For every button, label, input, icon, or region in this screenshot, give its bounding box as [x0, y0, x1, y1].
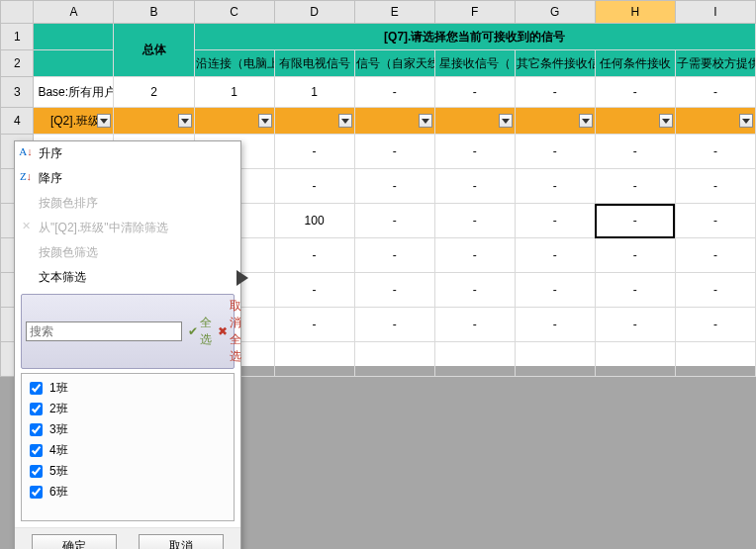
filter-item-checkbox[interactable] [30, 465, 43, 478]
col-header-I[interactable]: I [675, 1, 755, 24]
filter-button-E4[interactable] [419, 114, 432, 128]
cell-H2[interactable]: 任何条件接收 [595, 50, 675, 77]
row-header-4[interactable]: 4 [1, 108, 34, 135]
row-header-1[interactable]: 1 [1, 24, 34, 50]
cell-H3[interactable]: - [595, 77, 675, 108]
cell[interactable]: - [274, 135, 354, 169]
filter-button-G4[interactable] [579, 114, 593, 128]
cell-G2[interactable]: 其它条件接收信 [515, 50, 595, 77]
cell-D2[interactable]: 有限电视信号 [274, 50, 354, 77]
cell[interactable] [595, 342, 675, 377]
cell[interactable] [354, 342, 434, 377]
cell-I3[interactable]: - [675, 77, 755, 108]
cell[interactable] [675, 342, 755, 377]
deselect-all-link[interactable]: ✖ 取消全选 [218, 298, 241, 365]
cell-A1[interactable] [34, 24, 114, 50]
cell[interactable]: - [354, 308, 434, 342]
filter-button-F4[interactable] [499, 114, 513, 128]
text-filter-item[interactable]: 文本筛选 [15, 265, 240, 290]
cell-B3[interactable]: 2 [114, 77, 194, 108]
cell[interactable]: - [434, 135, 515, 169]
filter-button-A4[interactable] [97, 114, 111, 128]
cell[interactable] [515, 342, 595, 377]
cell[interactable]: - [274, 169, 354, 204]
cell[interactable]: - [354, 238, 434, 273]
cell-H4[interactable] [595, 108, 675, 135]
cell-E2[interactable]: 信号（自家天线 [354, 50, 434, 77]
cell-A3[interactable]: Base:所有用户 [34, 77, 114, 108]
cell[interactable] [274, 342, 354, 377]
cell[interactable]: - [354, 273, 434, 308]
col-header-A[interactable]: A [34, 1, 114, 24]
col-header-B[interactable]: B [114, 1, 194, 24]
filter-item-checkbox[interactable] [30, 403, 43, 415]
cell[interactable]: - [354, 204, 434, 238]
row-header-2[interactable]: 2 [1, 50, 34, 77]
cell[interactable]: - [434, 308, 515, 342]
sort-asc-item[interactable]: A↓ 升序 [15, 141, 240, 166]
filter-item[interactable]: 4班 [26, 440, 230, 461]
filter-button-C4[interactable] [258, 114, 272, 128]
cell-C4[interactable] [194, 108, 274, 135]
row-header-3[interactable]: 3 [1, 77, 34, 108]
select-all-corner[interactable] [1, 1, 34, 24]
cell[interactable]: - [434, 204, 515, 238]
cell-B4[interactable] [114, 108, 194, 135]
cell[interactable]: - [354, 169, 434, 204]
filter-search-input[interactable] [26, 321, 182, 341]
cell[interactable]: - [675, 135, 755, 169]
filter-item[interactable]: 1班 [26, 378, 230, 399]
cell-B1-merged[interactable]: 总体 [114, 24, 194, 77]
cell-q7-header[interactable]: [Q7].请选择您当前可接收到的信号 [194, 24, 755, 50]
cell[interactable]: - [515, 308, 595, 342]
cell[interactable]: - [595, 135, 675, 169]
cell-F3[interactable]: - [434, 77, 515, 108]
cell[interactable]: - [274, 238, 354, 273]
cell-D4[interactable] [274, 108, 354, 135]
col-header-H[interactable]: H [595, 1, 675, 24]
cell-D3[interactable]: 1 [274, 77, 354, 108]
cell[interactable]: - [595, 273, 675, 308]
cell[interactable]: - [675, 204, 755, 238]
cell[interactable] [434, 342, 515, 377]
cell-I2[interactable]: 子需要校方提供 [675, 50, 755, 77]
cell-F2[interactable]: 星接收信号（ [434, 50, 515, 77]
cell[interactable]: - [675, 273, 755, 308]
cell-C2[interactable]: 沿连接（电脑上 [194, 50, 274, 77]
col-header-F[interactable]: F [434, 1, 515, 24]
select-all-link[interactable]: ✔ 全选 [188, 315, 212, 348]
filter-item[interactable]: 2班 [26, 399, 230, 419]
cancel-button[interactable]: 取消 [139, 534, 224, 549]
ok-button[interactable]: 确定 [32, 534, 117, 549]
cell[interactable]: - [675, 308, 755, 342]
cell[interactable]: - [434, 169, 515, 204]
col-header-D[interactable]: D [274, 1, 354, 24]
cell-E4[interactable] [354, 108, 434, 135]
cell[interactable]: - [595, 308, 675, 342]
cell-A4[interactable]: [Q2].班级 [34, 108, 114, 135]
cell-E3[interactable]: - [354, 77, 434, 108]
filter-items-panel[interactable]: 1班2班3班4班5班6班 [21, 373, 235, 521]
cell[interactable]: - [434, 273, 515, 308]
cell[interactable]: 100 [274, 204, 354, 238]
cell[interactable]: - [515, 135, 595, 169]
sort-desc-item[interactable]: Z↓ 降序 [15, 166, 240, 191]
filter-item[interactable]: 3班 [26, 419, 230, 440]
filter-item[interactable]: 6班 [26, 482, 230, 503]
cell[interactable]: - [274, 308, 354, 342]
cell[interactable]: - [595, 204, 675, 238]
cell[interactable]: - [595, 169, 675, 204]
filter-button-D4[interactable] [338, 114, 352, 128]
cell[interactable]: - [595, 238, 675, 273]
cell[interactable]: - [675, 238, 755, 273]
cell-I4[interactable] [675, 108, 755, 135]
cell-A2[interactable] [34, 50, 114, 77]
filter-item-checkbox[interactable] [30, 486, 43, 499]
cell[interactable]: - [515, 204, 595, 238]
cell[interactable]: - [675, 169, 755, 204]
cell-G3[interactable]: - [515, 77, 595, 108]
cell[interactable]: - [515, 273, 595, 308]
filter-button-B4[interactable] [178, 114, 192, 128]
cell[interactable]: - [434, 238, 515, 273]
cell-G4[interactable] [515, 108, 595, 135]
